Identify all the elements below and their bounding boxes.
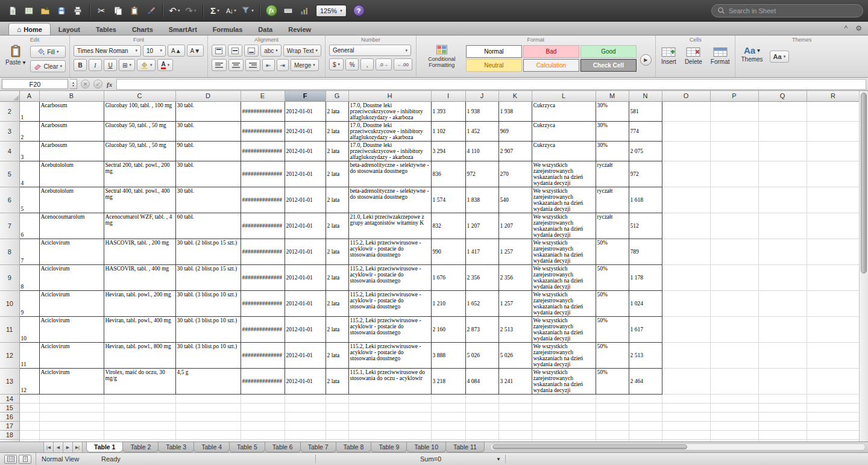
cell-L12[interactable]: We wszystkich zarejestrowanych wskazania… <box>532 342 596 368</box>
cell-A9[interactable]: 8 <box>19 264 39 290</box>
cell-I10[interactable]: 1 210 <box>431 290 465 316</box>
column-header-H[interactable]: H <box>348 91 431 101</box>
name-box[interactable]: F20 <box>2 79 68 89</box>
cell-R4[interactable] <box>807 141 860 161</box>
cell-N14[interactable] <box>629 394 662 403</box>
cell-Q17[interactable] <box>758 421 807 430</box>
row-header-12[interactable]: 12 <box>0 342 19 368</box>
align-center-button[interactable] <box>228 59 244 71</box>
cell-O11[interactable] <box>662 316 710 342</box>
cell-E9[interactable]: ############## <box>241 264 285 290</box>
cell-F17[interactable] <box>285 421 326 430</box>
cell-F10[interactable]: 2012-01-01 <box>285 290 326 316</box>
cell-P10[interactable] <box>710 290 758 316</box>
cell-R6[interactable] <box>807 187 860 213</box>
cell-F9[interactable]: 2012-01-01 <box>285 264 326 290</box>
cell-M9[interactable]: 50% <box>596 264 629 290</box>
cell-J13[interactable]: 4 084 <box>465 368 498 394</box>
cell-M5[interactable]: ryczałt <box>596 161 629 187</box>
cell-A8[interactable]: 7 <box>19 239 39 264</box>
font-size-select[interactable]: 10▾ <box>143 45 166 57</box>
cell-B13[interactable]: Aciclovirum <box>39 368 104 394</box>
cell-B19[interactable] <box>39 439 104 442</box>
cell-E17[interactable] <box>241 421 285 430</box>
cell-B6[interactable]: Acebutololum <box>39 187 104 213</box>
cell-Q12[interactable] <box>758 342 807 368</box>
cell-R3[interactable] <box>807 121 860 141</box>
cell-C6[interactable]: Sectral 400, tabl. powl., 400 mg <box>104 187 175 213</box>
cell-R8[interactable] <box>807 239 860 264</box>
cell-F12[interactable]: 2012-01-01 <box>285 342 326 368</box>
search-input[interactable] <box>729 7 857 14</box>
cell-H13[interactable]: 115.1, Leki przeciwwirusowe do stosowani… <box>348 368 431 394</box>
sheet-tab-6[interactable]: Table 6 <box>265 442 301 452</box>
cell-R19[interactable] <box>807 439 860 442</box>
cell-H12[interactable]: 115.2, Leki przeciwwirusowe - acyklowir … <box>348 342 431 368</box>
cell-A6[interactable]: 5 <box>19 187 39 213</box>
decrease-indent-button[interactable]: ⇤ <box>262 59 274 71</box>
cell-B18[interactable] <box>39 430 104 439</box>
cell-L13[interactable]: We wszystkich zarejestrowanych wskazania… <box>532 368 596 394</box>
cell-F16[interactable] <box>285 412 326 421</box>
cell-M13[interactable]: 50% <box>596 368 629 394</box>
comma-style-button[interactable]: , <box>360 58 374 70</box>
cell-C4[interactable]: Glucobay 50, tabl. , 50 mg <box>104 141 175 161</box>
cell-P6[interactable] <box>710 187 758 213</box>
row-header-17[interactable]: 17 <box>0 421 19 430</box>
row-header-14[interactable]: 14 <box>0 394 19 403</box>
cell-Q3[interactable] <box>758 121 807 141</box>
row-header-11[interactable]: 11 <box>0 316 19 342</box>
cell-C11[interactable]: Heviran, tabl. powl., 400 mg <box>104 316 175 342</box>
row-header-13[interactable]: 13 <box>0 368 19 394</box>
cell-L18[interactable] <box>532 430 596 439</box>
cell-D17[interactable] <box>175 421 241 430</box>
cell-R17[interactable] <box>807 421 860 430</box>
cell-N9[interactable]: 1 178 <box>629 264 662 290</box>
cell-F5[interactable]: 2012-01-01 <box>285 161 326 187</box>
themes-button[interactable]: Aa▾ Themes <box>739 46 764 63</box>
cell-K2[interactable]: 1 938 <box>498 101 532 121</box>
cell-R12[interactable] <box>807 342 860 368</box>
cell-C19[interactable] <box>104 439 175 442</box>
cell-I19[interactable] <box>431 439 465 442</box>
cell-I18[interactable] <box>431 430 465 439</box>
cell-F8[interactable]: 2012-01-01 <box>285 239 326 264</box>
help-button[interactable]: ? <box>353 5 365 16</box>
cell-K15[interactable] <box>498 403 532 412</box>
more-styles-button[interactable]: ▶ <box>640 54 652 66</box>
cell-B2[interactable]: Acarbosum <box>39 101 104 121</box>
cell-L9[interactable]: We wszystkich zarejestrowanych wskazania… <box>532 264 596 290</box>
cell-H10[interactable]: 115.2, Leki przeciwwirusowe - acyklowir … <box>348 290 431 316</box>
cell-N3[interactable]: 774 <box>629 121 662 141</box>
cell-K16[interactable] <box>498 412 532 421</box>
ribbon-tab-home[interactable]: ⌂Home <box>8 23 51 35</box>
autosum-dropdown[interactable]: ▾ <box>217 8 219 13</box>
cell-Q4[interactable] <box>758 141 807 161</box>
cell-A12[interactable]: 11 <box>19 342 39 368</box>
cell-O10[interactable] <box>662 290 710 316</box>
increase-indent-button[interactable]: ⇥ <box>277 59 289 71</box>
cell-O18[interactable] <box>662 430 710 439</box>
cell-D13[interactable]: 4,5 g <box>175 368 241 394</box>
cell-L14[interactable] <box>532 394 596 403</box>
cell-C12[interactable]: Heviran, tabl. powl., 800 mg <box>104 342 175 368</box>
cell-E12[interactable]: ############## <box>241 342 285 368</box>
cell-E3[interactable]: ############## <box>241 121 285 141</box>
sheet-tab-2[interactable]: Table 2 <box>122 442 159 452</box>
cell-H18[interactable] <box>348 430 431 439</box>
cell-R9[interactable] <box>807 264 860 290</box>
decrease-decimal-button[interactable]: ←.00 <box>394 58 412 70</box>
cell-N5[interactable]: 972 <box>629 161 662 187</box>
cell-C7[interactable]: Acenocumarol WZF, tabl. , 4 mg <box>104 213 175 239</box>
style-good[interactable]: Good <box>580 45 637 58</box>
cell-G13[interactable]: 2 lata <box>326 368 348 394</box>
cell-N4[interactable]: 2 075 <box>629 141 662 161</box>
cell-I2[interactable]: 1 393 <box>431 101 465 121</box>
cell-Q15[interactable] <box>758 403 807 412</box>
cell-B12[interactable]: Aciclovirum <box>39 342 104 368</box>
cell-P13[interactable] <box>710 368 758 394</box>
cell-I14[interactable] <box>431 394 465 403</box>
sort-dropdown[interactable]: ▾ <box>234 8 236 13</box>
paste-button[interactable]: Paste▾ <box>4 45 28 66</box>
cell-P17[interactable] <box>710 421 758 430</box>
